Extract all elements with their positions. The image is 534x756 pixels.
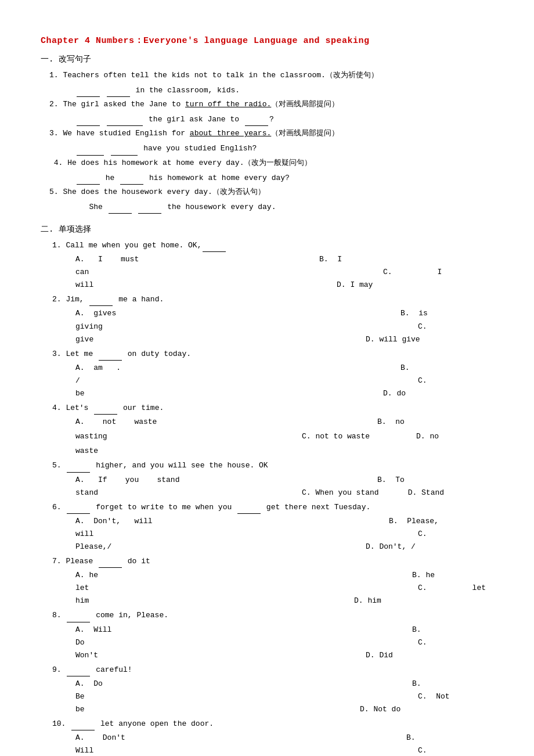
page-container: Chapter 4 Numbers：Everyone's language La… bbox=[41, 35, 499, 756]
mcq7: 7. Please do it bbox=[41, 555, 499, 568]
mcq5-blank bbox=[67, 465, 90, 473]
mcq3-be: be bbox=[75, 387, 250, 400]
mcq1-optB: B. I bbox=[203, 253, 377, 266]
mcq9-optD: D. Not do bbox=[250, 703, 400, 716]
mcq6-optA: A. Don't, will bbox=[75, 515, 221, 528]
mcq2-optB: B. is bbox=[203, 307, 428, 320]
mcq7-let: let bbox=[75, 582, 250, 595]
q3: 3. We have studied English for about thr… bbox=[41, 127, 499, 140]
chapter-title: Chapter 4 Numbers：Everyone's language La… bbox=[41, 35, 499, 46]
mcq7-optB: B. he bbox=[203, 569, 435, 582]
mcq1-blank bbox=[203, 244, 226, 252]
mcq3-optA: A. am . bbox=[75, 362, 203, 375]
q5-blank1 bbox=[109, 206, 132, 214]
mcq3-optD: D. do bbox=[250, 387, 406, 400]
q1: 1. Teachers often tell the kids not to t… bbox=[41, 69, 499, 82]
mcq3-slash: / bbox=[75, 375, 250, 387]
section-mcq: 二. 单项选择 1. Call me when you get home. OK… bbox=[41, 224, 499, 756]
q3-underline: about three years. bbox=[190, 129, 271, 138]
mcq7-optC: C. let bbox=[250, 582, 486, 595]
mcq6-will2: will bbox=[75, 528, 250, 541]
mcq4-optC: C. not to waste bbox=[250, 430, 370, 443]
q3-answer: have you studied English? bbox=[41, 142, 499, 155]
mcq1: 1. Call me when you get home. OK, bbox=[41, 239, 499, 252]
q3-blank1 bbox=[77, 147, 104, 156]
mcq7-optD: D. him bbox=[250, 595, 381, 607]
mcq8-blank bbox=[67, 614, 90, 622]
mcq9-Be: Be bbox=[75, 690, 250, 703]
mcq3-optC: C. bbox=[250, 375, 427, 387]
mcq9-optC: C. Not bbox=[250, 690, 450, 703]
mcq8-Do: Do bbox=[75, 636, 250, 649]
mcq8-optD: D. Did bbox=[250, 649, 393, 662]
mcq2-optA: A. gives bbox=[75, 307, 203, 320]
section1-header: 一. 改写句子 bbox=[41, 54, 499, 64]
mcq1-can: can bbox=[75, 266, 250, 279]
mcq6: 6. forget to write to me when you get th… bbox=[41, 501, 499, 514]
mcq4-blank bbox=[94, 406, 117, 415]
q4: 4. He does his homework at home every da… bbox=[41, 157, 499, 170]
mcq7-him: him bbox=[75, 595, 250, 607]
mcq4-optB: B. no bbox=[221, 416, 405, 429]
mcq10-optA: A. Don't bbox=[75, 732, 203, 744]
mcq6-optC: C. bbox=[250, 528, 427, 541]
mcq10-blank bbox=[71, 722, 95, 730]
mcq2-blank bbox=[89, 298, 113, 306]
q4-blank2 bbox=[120, 177, 143, 185]
mcq5-stand: stand bbox=[75, 487, 250, 499]
q2-answer: the girl ask Jane to ? bbox=[41, 113, 499, 126]
q1-answer: in the classroom, kids. bbox=[41, 84, 499, 97]
mcq4-waste: waste bbox=[75, 447, 98, 455]
mcq1-optC: C. I bbox=[250, 266, 442, 279]
mcq6-blank1 bbox=[67, 506, 90, 514]
mcq6-blank2 bbox=[237, 506, 261, 514]
mcq9-optA: A. Do bbox=[75, 678, 203, 690]
q3-blank2 bbox=[111, 147, 138, 156]
mcq3: 3. Let me on duty today. bbox=[41, 348, 499, 361]
q4-answer: he his homework at home every day? bbox=[41, 172, 499, 185]
mcq4-optA: A. not waste bbox=[75, 416, 221, 429]
mcq5-optA: A. If you stand bbox=[75, 474, 221, 487]
mcq6-pleaseslash: Please,/ bbox=[75, 541, 250, 553]
mcq1-optD: D. I may bbox=[250, 279, 373, 291]
mcq1-optA: A. I must bbox=[75, 253, 203, 266]
mcq9: 9. careful! bbox=[41, 664, 499, 676]
mcq10: 10. let anyone open the door. bbox=[41, 718, 499, 730]
mcq4-optD: D. no bbox=[370, 430, 439, 443]
mcq1-will: will bbox=[75, 279, 250, 291]
mcq9-be2: be bbox=[75, 703, 250, 716]
q2-blank1 bbox=[77, 118, 100, 126]
q5-answer: She the housework every day. bbox=[41, 201, 499, 214]
mcq8-Wont: Won't bbox=[75, 649, 250, 662]
mcq4: 4. Let's our time. bbox=[41, 402, 499, 415]
q4-blank1 bbox=[77, 177, 100, 185]
mcq3-blank bbox=[99, 352, 122, 361]
mcq2-optC: C. bbox=[250, 321, 427, 333]
mcq3-optB: B. bbox=[203, 362, 410, 375]
mcq7-optA: A. he bbox=[75, 569, 203, 582]
mcq8: 8. come in, Please. bbox=[41, 609, 499, 622]
mcq4-wasting: wasting bbox=[75, 430, 250, 443]
mcq6-optB: B. Please, bbox=[221, 515, 439, 528]
q2-blank3 bbox=[245, 118, 268, 126]
mcq9-optB: B. bbox=[203, 678, 421, 690]
q5-blank2 bbox=[138, 206, 161, 214]
section2-header: 二. 单项选择 bbox=[41, 224, 499, 235]
mcq2: 2. Jim, me a hand. bbox=[41, 293, 499, 306]
q1-blank1 bbox=[77, 89, 100, 97]
mcq5-optD: D. Stand bbox=[379, 487, 444, 499]
mcq6-optD: D. Don't, / bbox=[250, 541, 416, 553]
mcq7-blank bbox=[99, 560, 122, 568]
mcq2-giving: giving bbox=[75, 321, 250, 333]
mcq10-optB: B. bbox=[203, 732, 416, 744]
q1-blank2 bbox=[107, 89, 130, 97]
mcq10-Will: Will bbox=[75, 744, 250, 756]
mcq8-optC: C. bbox=[250, 636, 427, 649]
mcq2-give: give bbox=[75, 333, 250, 346]
q5: 5. She does the housework every day.（改为否… bbox=[41, 186, 499, 199]
q2: 2. The girl asked the Jane to turn off t… bbox=[41, 98, 499, 111]
mcq9-blank bbox=[67, 668, 90, 676]
q2-underline: turn off the radio. bbox=[185, 100, 271, 109]
mcq5-optB: B. To bbox=[221, 474, 405, 487]
mcq8-optB: B. bbox=[203, 624, 421, 636]
